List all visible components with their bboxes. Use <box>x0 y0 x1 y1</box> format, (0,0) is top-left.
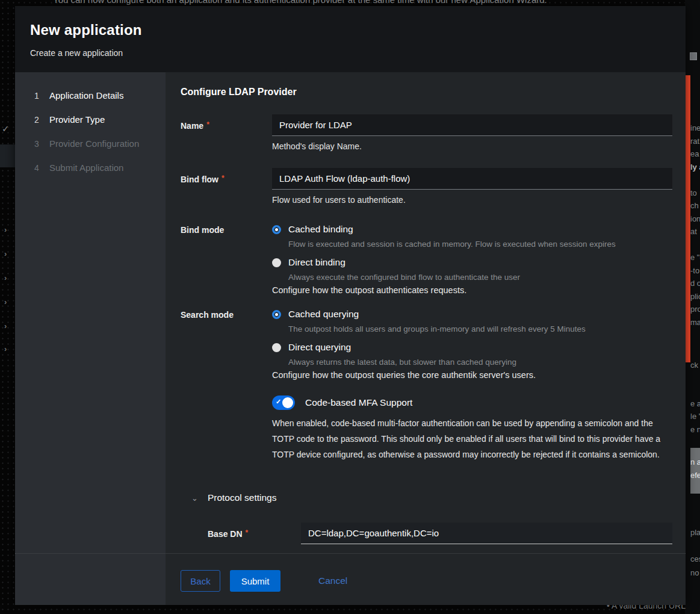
form-row-base-dn: Base DN* <box>208 523 672 544</box>
mfa-label-spacer <box>181 395 272 462</box>
protocol-settings-header[interactable]: ⌄ Protocol settings <box>191 492 672 503</box>
direct-binding-desc: Always execute the configured bind flow … <box>288 273 672 282</box>
back-button[interactable]: Back <box>181 570 220 592</box>
wizard-banner-text: You can now configure both an applicatio… <box>53 0 547 5</box>
toggle-knob <box>282 397 293 408</box>
wizard-steps-nav: 1 Application Details 2 Provider Type 3 … <box>15 72 166 605</box>
bind-flow-help: Flow used for users to authenticate. <box>272 195 672 205</box>
clipped-text-fragment: ces <box>690 554 700 563</box>
clipped-text-fragment: ck <box>690 361 698 370</box>
chevron-right-icon: › <box>4 344 7 353</box>
step-provider-type[interactable]: 2 Provider Type <box>34 114 166 125</box>
required-asterisk: * <box>206 120 209 129</box>
name-help: Method's display Name. <box>272 141 672 151</box>
clipped-text-fragment: ine <box>690 123 700 132</box>
cancel-link[interactable]: Cancel <box>318 570 347 592</box>
clipped-text-fragment: pla <box>690 528 700 537</box>
clipped-text-fragment: d o <box>690 279 700 288</box>
cached-querying-desc: The outpost holds all users and groups i… <box>288 324 672 333</box>
form-heading: Configure LDAP Provider <box>181 87 672 98</box>
radio-selected-icon[interactable] <box>272 225 281 234</box>
step-provider-configuration: 3 Provider Configuration <box>34 138 166 149</box>
chevron-right-icon: › <box>4 297 7 306</box>
name-label: Name* <box>181 114 272 151</box>
radio-unselected-icon[interactable] <box>272 343 281 352</box>
background-gray-block: n a efe <box>690 448 700 494</box>
direct-querying-desc: Always returns the latest data, but slow… <box>288 358 672 367</box>
clipped-text-fragment: at <box>690 227 697 236</box>
clipped-text-fragment: ly a <box>690 163 700 172</box>
mfa-desc: When enabled, code-based multi-factor au… <box>272 415 672 462</box>
form-row-bind-flow: Bind flow* Flow used for users to authen… <box>181 168 672 205</box>
clipped-text-fragment: rat <box>690 137 699 146</box>
background-selected-row <box>0 144 15 167</box>
modal-footer: Back Submit Cancel <box>181 570 347 592</box>
base-dn-label: Base DN* <box>208 523 301 544</box>
clipped-text-fragment: to <box>690 188 697 197</box>
form-row-mfa: ✓ Code-based MFA Support When enabled, c… <box>181 395 672 462</box>
clipped-text-fragment: efe <box>690 471 700 480</box>
radio-unselected-icon[interactable] <box>272 258 281 267</box>
clipped-text-fragment: ion <box>690 214 700 223</box>
chevron-right-icon: › <box>4 225 7 234</box>
chevron-right-icon: › <box>4 273 7 282</box>
bind-flow-label: Bind flow* <box>181 168 272 205</box>
search-mode-label: Search mode <box>181 309 272 380</box>
step-submit-application: 4 Submit Application <box>34 163 166 173</box>
chevron-right-icon: › <box>4 249 7 258</box>
submit-button[interactable]: Submit <box>230 570 280 592</box>
form-row-name: Name* Method's display Name. <box>181 114 672 151</box>
radio-direct-querying[interactable]: Direct querying <box>272 342 672 353</box>
clipped-text-fragment: plic <box>690 292 700 301</box>
step-number: 4 <box>34 163 49 173</box>
search-mode-help: Configure how the outpost queries the co… <box>272 370 672 380</box>
mfa-toggle[interactable]: ✓ <box>272 395 295 410</box>
form-row-search-mode: Search mode Cached querying The outpost … <box>181 309 672 380</box>
chevron-right-icon: › <box>4 321 7 330</box>
check-icon: ✓ <box>2 123 10 134</box>
step-number: 1 <box>34 91 49 101</box>
clipped-text-fragment: e a <box>690 399 700 408</box>
chevron-down-icon: ⌄ <box>191 494 198 503</box>
clipped-text-fragment: ch <box>690 201 699 210</box>
radio-cached-querying[interactable]: Cached querying <box>272 309 672 320</box>
clipped-text-fragment: e n <box>690 425 700 434</box>
clipped-text-fragment: pro <box>690 305 700 314</box>
clipped-text-fragment: no <box>690 568 699 577</box>
new-application-modal: New application Create a new application… <box>15 6 686 605</box>
clipped-text-fragment: ma <box>690 318 700 327</box>
wizard-content: Configure LDAP Provider Name* Method's d… <box>166 72 686 605</box>
step-label: Provider Type <box>49 114 105 125</box>
modal-scrollbar-orange[interactable] <box>686 75 690 362</box>
clipped-text-fragment: n a <box>690 457 700 467</box>
required-asterisk: * <box>246 529 249 537</box>
clipped-text-fragment: e "o <box>690 253 700 262</box>
radio-selected-icon[interactable] <box>272 310 281 319</box>
clipped-text-fragment: -to <box>690 266 699 275</box>
bind-mode-label: Bind mode <box>181 224 272 295</box>
radio-cached-binding[interactable]: Cached binding <box>272 224 672 235</box>
required-asterisk: * <box>221 174 225 182</box>
base-dn-input[interactable] <box>301 523 672 544</box>
cached-binding-desc: Flow is executed and session is cached i… <box>288 240 672 249</box>
modal-subtitle: Create a new application <box>30 48 686 58</box>
step-application-details[interactable]: 1 Application Details <box>34 90 166 101</box>
name-input[interactable] <box>272 114 672 136</box>
toggle-check-icon: ✓ <box>276 398 281 406</box>
step-number: 3 <box>34 139 49 149</box>
modal-title: New application <box>30 22 686 39</box>
step-label: Submit Application <box>49 163 123 173</box>
footer-divider <box>15 553 686 554</box>
radio-direct-binding[interactable]: Direct binding <box>272 257 672 268</box>
modal-header: New application Create a new application <box>15 6 686 72</box>
bind-flow-input[interactable] <box>272 168 672 190</box>
mfa-toggle-label: Code-based MFA Support <box>305 397 412 408</box>
scrollbar-thumb[interactable] <box>690 52 697 60</box>
step-number: 2 <box>34 115 49 125</box>
clipped-text-fragment: le ' <box>690 412 700 421</box>
form-row-bind-mode: Bind mode Cached binding Flow is execute… <box>181 224 672 295</box>
step-label: Application Details <box>49 90 123 101</box>
step-label: Provider Configuration <box>49 138 139 149</box>
bind-mode-help: Configure how the outpost authenticates … <box>272 285 672 295</box>
protocol-settings-title: Protocol settings <box>208 492 277 503</box>
